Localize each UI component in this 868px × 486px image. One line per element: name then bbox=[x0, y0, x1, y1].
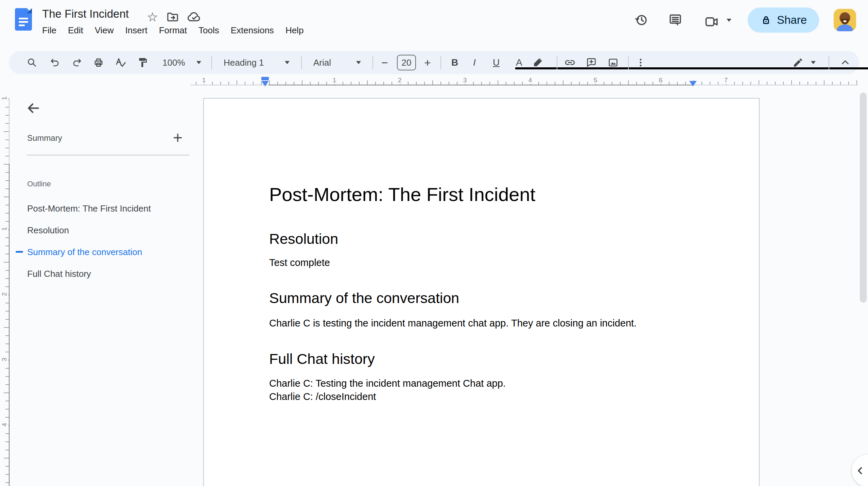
decrease-font-button[interactable]: − bbox=[381, 56, 388, 69]
doc-heading2[interactable]: Full Chat history bbox=[269, 351, 375, 367]
menu-view[interactable]: View bbox=[95, 25, 114, 36]
ruler-line-content bbox=[9, 164, 10, 486]
menubar: File Edit View Insert Format Tools Exten… bbox=[42, 25, 303, 36]
doc-paragraph[interactable]: Charlie C is testing the incident manage… bbox=[269, 318, 637, 329]
undo-icon[interactable] bbox=[50, 57, 60, 68]
zoom-select[interactable]: 100% bbox=[162, 57, 185, 68]
doc-paragraph[interactable]: Test complete bbox=[269, 257, 330, 268]
outline-item[interactable]: Full Chat history bbox=[27, 267, 91, 281]
increase-font-button[interactable]: + bbox=[424, 56, 431, 69]
toolbar-divider bbox=[372, 56, 373, 69]
doc-heading2[interactable]: Resolution bbox=[269, 231, 338, 247]
menu-help[interactable]: Help bbox=[285, 25, 303, 36]
outline-item[interactable]: Post-Mortem: The First Incident bbox=[27, 202, 151, 215]
toolbar-divider bbox=[829, 56, 829, 69]
meet-video-icon[interactable] bbox=[704, 14, 719, 29]
active-item-dash bbox=[16, 251, 23, 253]
menu-edit[interactable]: Edit bbox=[68, 25, 83, 36]
star-icon[interactable]: ☆ bbox=[147, 11, 158, 23]
menu-insert[interactable]: Insert bbox=[125, 25, 147, 36]
bold-button[interactable]: B bbox=[451, 57, 458, 68]
more-options-icon[interactable] bbox=[636, 57, 646, 68]
avatar[interactable] bbox=[834, 9, 856, 31]
highlight-icon[interactable] bbox=[532, 57, 543, 68]
paragraph-style-select[interactable]: Heading 1 bbox=[224, 57, 264, 68]
style-dropdown-icon[interactable] bbox=[285, 61, 290, 64]
paint-format-icon[interactable] bbox=[137, 57, 148, 68]
ruler-line-top bbox=[9, 98, 10, 164]
add-summary-icon[interactable] bbox=[170, 130, 186, 146]
left-indent-marker[interactable] bbox=[261, 77, 269, 86]
toolbar-divider bbox=[557, 56, 557, 69]
ruler-line-left bbox=[190, 85, 269, 85]
toolbar-divider bbox=[211, 56, 212, 69]
show-side-panel-button[interactable] bbox=[852, 454, 868, 486]
outline-item[interactable]: Resolution bbox=[27, 223, 69, 237]
print-icon[interactable] bbox=[93, 57, 104, 68]
add-comment-icon[interactable] bbox=[586, 57, 597, 68]
vertical-scrollbar[interactable] bbox=[860, 93, 867, 303]
collapse-toolbar-icon[interactable] bbox=[839, 57, 851, 68]
title-actions: ☆ bbox=[147, 10, 201, 24]
editing-mode-icon[interactable] bbox=[793, 57, 803, 68]
toolbar-divider bbox=[440, 56, 441, 69]
summary-label: Summary bbox=[27, 133, 62, 143]
menu-tools[interactable]: Tools bbox=[198, 25, 219, 36]
show-panel-icon bbox=[854, 465, 866, 476]
toolbar-divider bbox=[301, 56, 302, 69]
version-history-icon[interactable] bbox=[634, 13, 648, 27]
doc-heading2[interactable]: Summary of the conversation bbox=[269, 290, 459, 306]
share-button[interactable]: Share bbox=[748, 7, 819, 33]
share-label: Share bbox=[777, 14, 807, 27]
docs-logo-fold bbox=[27, 8, 32, 13]
meet-dropdown-icon[interactable] bbox=[727, 19, 731, 22]
toolbar-divider bbox=[628, 56, 629, 69]
comments-icon[interactable] bbox=[668, 13, 682, 27]
zoom-dropdown-icon[interactable] bbox=[196, 61, 201, 64]
document-title[interactable]: The First Incident bbox=[42, 7, 129, 20]
docs-logo-lines bbox=[19, 18, 28, 26]
ruler-line-right bbox=[693, 85, 858, 85]
doc-paragraph[interactable]: Charlie C: Testing the incident manageme… bbox=[269, 378, 506, 389]
ruler-line-content bbox=[269, 85, 693, 85]
mode-dropdown-icon[interactable] bbox=[811, 61, 816, 64]
menu-extensions[interactable]: Extensions bbox=[231, 25, 274, 36]
redo-icon[interactable] bbox=[71, 57, 82, 68]
lock-icon bbox=[760, 14, 772, 26]
right-indent-marker[interactable] bbox=[689, 81, 697, 86]
outline-item-active[interactable]: Summary of the conversation bbox=[27, 245, 142, 259]
sidebar-divider bbox=[27, 155, 190, 155]
underline-button[interactable]: U bbox=[493, 57, 500, 68]
menu-file[interactable]: File bbox=[42, 25, 56, 36]
font-dropdown-icon[interactable] bbox=[356, 61, 361, 64]
menu-format[interactable]: Format bbox=[159, 25, 187, 36]
docs-logo[interactable] bbox=[15, 8, 32, 31]
insert-link-icon[interactable] bbox=[564, 57, 576, 68]
spellcheck-icon[interactable] bbox=[115, 57, 126, 68]
font-size-input[interactable]: 20 bbox=[397, 55, 416, 70]
back-icon[interactable] bbox=[24, 99, 43, 118]
doc-heading1[interactable]: Post-Mortem: The First Incident bbox=[269, 183, 535, 205]
cloud-check-icon[interactable] bbox=[187, 10, 201, 24]
font-family-select[interactable]: Arial bbox=[313, 57, 331, 68]
search-icon[interactable] bbox=[27, 57, 37, 68]
insert-image-icon[interactable] bbox=[608, 57, 619, 68]
outline-label: Outline bbox=[27, 180, 51, 188]
toolbar: 100% Heading 1 Arial − 20 + B I U A bbox=[9, 51, 859, 74]
italic-button[interactable]: I bbox=[473, 57, 476, 68]
document-page[interactable]: Post-Mortem: The First Incident Resoluti… bbox=[203, 98, 760, 486]
doc-paragraph[interactable]: Charlie C: /closeIncident bbox=[269, 391, 376, 402]
move-folder-icon[interactable] bbox=[166, 11, 179, 23]
